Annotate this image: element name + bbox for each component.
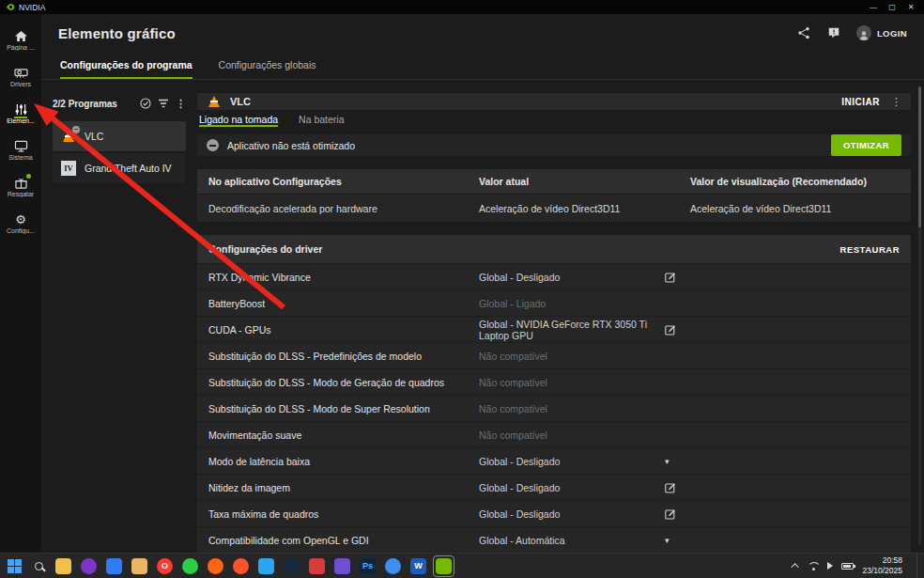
driver-setting-row[interactable]: Substituição do DLSS - Modo de Super Res… [197,395,911,421]
check-circle-icon[interactable] [140,98,151,109]
taskbar-app-icon[interactable] [258,558,274,574]
detail-kebab-icon[interactable]: ⋮ [891,96,901,108]
sidebar-item-settings[interactable]: ⚙ Configu... [0,205,41,242]
search-button[interactable] [28,555,49,576]
driver-setting-name: Modo de latência baixa [208,456,479,467]
program-list-item[interactable]: IV Grand Theft Auto IV [53,153,186,183]
taskbar-app-icon[interactable] [436,558,452,574]
driver-setting-row[interactable]: RTX Dynamic Vibrance Global - Desligado [197,263,911,289]
sidebar-item-system[interactable]: Sistema [0,132,41,168]
taskbar-app-icon[interactable]: W [410,558,426,574]
sidebar-item-home[interactable]: Página ... [0,22,41,58]
driver-setting-row[interactable]: Substituição do DLSS - Modo de Geração d… [197,368,911,395]
column-header-setting: No aplicativo Configurações [208,176,479,187]
clock-date: 23/10/2025 [862,566,902,576]
maximize-button[interactable]: ▢ [883,3,901,11]
monitor-icon [13,139,28,152]
taskbar-app-icon[interactable] [131,558,147,574]
driver-setting-row[interactable]: Nitidez da imagem Global - Desligado [197,474,911,500]
nvidia-logo-icon [6,3,15,11]
programs-panel: 2/2 Programas ⋮ [53,93,186,553]
edit-icon[interactable] [665,324,676,336]
wifi-icon[interactable] [808,562,819,570]
restore-button[interactable]: RESTAURAR [840,244,900,255]
notice-text: Aplicativo não está otimizado [227,140,355,151]
driver-setting-name: CUDA - GPUs [208,324,479,336]
sliders-icon [13,102,28,116]
close-button[interactable]: ✕ [901,3,920,11]
driver-setting-row[interactable]: Movimentação suave Não compatível [197,421,911,447]
feedback-icon[interactable] [826,25,841,40]
sidebar-item-redeem[interactable]: Resgatar [0,168,41,205]
edit-icon[interactable] [665,482,676,493]
program-list-item[interactable]: − VLC [53,121,186,151]
driver-setting-value: Global - Desligado [479,482,665,493]
driver-setting-row[interactable]: Taxa máxima de quadros Global - Desligad… [197,500,911,526]
taskbar-app-icon[interactable]: Ps [360,558,376,574]
driver-setting-value: Global - Ligado [479,298,665,309]
scrollbar[interactable] [918,86,921,545]
taskbar-app-icon[interactable] [284,558,300,574]
page-title: Elemento gráfico [58,25,176,41]
edit-icon[interactable] [665,508,676,520]
driver-setting-row[interactable]: BatteryBoost Global - Ligado [197,289,911,316]
subtab-plugged-in[interactable]: Ligado na tomada [199,114,278,127]
volume-icon[interactable] [827,562,833,570]
taskbar-app-icon[interactable] [55,558,71,574]
login-button[interactable]: LOGIN [856,25,907,40]
programs-kebab-icon[interactable]: ⋮ [176,98,186,110]
driver-settings-title: Configurações do driver [208,243,322,255]
subtab-on-battery[interactable]: Na bateria [299,114,344,127]
active-app-indicator [433,555,454,577]
power-subtabs: Ligado na tomada Na bateria [197,110,911,127]
setting-recommended-value: Aceleração de vídeo Direct3D11 [690,203,900,214]
taskbar-app-icon[interactable] [309,558,325,574]
detail-app-name: VLC [230,96,251,107]
taskbar-app-icon[interactable] [334,558,350,574]
taskbar-app-icon[interactable]: O [157,558,173,574]
taskbar-app-icon[interactable] [208,558,223,574]
tray-expand-icon[interactable] [792,563,799,570]
taskbar-app-icon[interactable] [385,558,401,574]
share-icon[interactable] [796,25,811,40]
column-header-recommended: Valor de visualização (Recomendado) [690,176,900,187]
driver-setting-name: Taxa máxima de quadros [208,508,479,520]
optimize-button[interactable]: OTIMIZAR [831,134,901,156]
filter-icon[interactable] [158,99,169,109]
sidebar-item-drivers[interactable]: Drivers [0,58,41,95]
home-icon [13,29,28,42]
minus-circle-icon [207,139,219,151]
driver-setting-name: Substituição do DLSS - Modo de Super Res… [208,403,479,414]
battery-icon[interactable] [841,563,854,570]
minimize-button[interactable]: — [864,3,883,11]
tab-global-settings[interactable]: Configurações globais [219,52,316,79]
chevron-down-icon[interactable]: ▾ [665,457,670,466]
chevron-down-icon[interactable]: ▾ [665,536,670,545]
search-icon [35,562,43,570]
driver-setting-row[interactable]: CUDA - GPUs Global - NVIDIA GeForce RTX … [197,316,911,342]
gear-icon: ⚙ [13,212,28,226]
scrollbar-thumb[interactable] [918,86,921,227]
show-desktop-button[interactable] [916,554,920,578]
driver-setting-row[interactable]: Substituição do DLSS - Predefinições de … [197,342,911,368]
system-tray: 20:58 23/10/2025 [793,554,924,578]
main-tabbar: Configurações do programa Configurações … [41,52,924,80]
edit-icon[interactable] [665,272,676,283]
tab-program-settings[interactable]: Configurações do programa [60,52,192,79]
gift-icon [13,176,28,189]
driver-setting-row[interactable]: Modo de latência baixa Global - Desligad… [197,447,911,474]
taskbar-app-icon[interactable] [106,558,122,574]
sidebar-item-graphics[interactable]: Elemen... [0,95,41,132]
driver-setting-row[interactable]: Compatibilidade com OpenGL e GDI Global … [197,526,911,553]
app-setting-row[interactable]: Decodificação acelerada por hardware Ace… [197,194,911,222]
driver-setting-name: RTX Dynamic Vibrance [208,272,479,283]
taskbar-app-icon[interactable] [233,558,249,574]
driver-setting-name: BatteryBoost [208,298,479,309]
nvidia-app-window: NVIDIA — ▢ ✕ Página ... Drivers [0,0,924,578]
taskbar-clock[interactable]: 20:58 23/10/2025 [862,555,902,576]
app-settings-table: No aplicativo Configurações Valor atual … [197,169,911,222]
taskbar-app-icon[interactable] [182,558,198,574]
taskbar-app-icon[interactable] [81,558,97,574]
start-button[interactable] [4,555,24,576]
launch-button[interactable]: INICIAR [841,97,880,107]
